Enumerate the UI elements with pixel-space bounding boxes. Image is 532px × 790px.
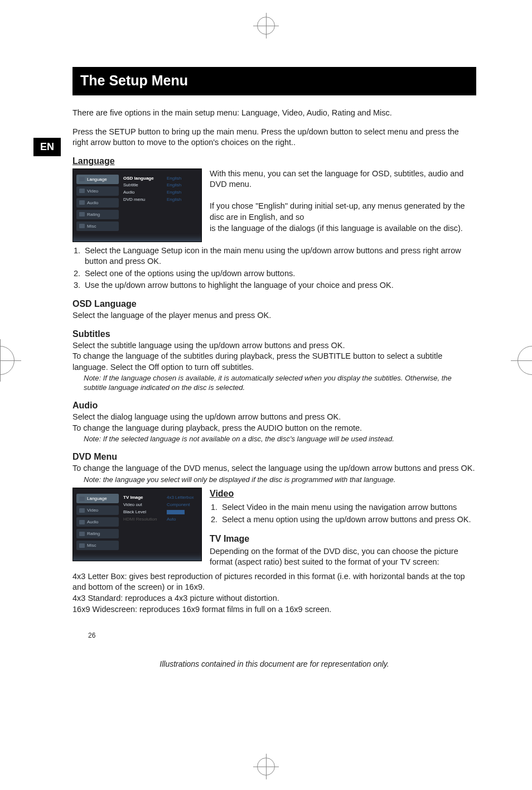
video-steps: Select Video in the main menu using the …: [210, 502, 476, 525]
menu-tab-label: Language: [87, 496, 107, 501]
tvimage-p4: 16x9 Widescreen: reproduces 16x9 format …: [72, 604, 476, 615]
dvdmenu-heading: DVD Menu: [72, 452, 476, 462]
dvdmenu-p1: To change the language of the DVD menus,…: [72, 463, 476, 474]
menu-value: Auto: [167, 516, 198, 523]
menu-tab-label: Language: [87, 177, 107, 182]
footer-text: Illustrations contained in this document…: [72, 659, 476, 668]
intro-paragraph-1: There are five options in the main setup…: [72, 108, 476, 119]
intro-paragraph-2: Press the SETUP button to bring up the m…: [72, 127, 476, 148]
language-p1: With this menu, you can set the language…: [210, 168, 476, 190]
menu-value: English: [167, 189, 198, 196]
menu-option: Video out: [123, 502, 162, 509]
globe-icon: [79, 177, 85, 181]
globe-icon: [79, 497, 85, 501]
page: EN The Setup Menu There are five options…: [0, 0, 532, 702]
menu-tab-label: Audio: [87, 519, 98, 524]
menu-option: Subtitle: [123, 182, 162, 189]
tv-icon: [79, 189, 85, 193]
lock-icon: [79, 532, 85, 536]
list-item: Select a menu option using the up/down a…: [220, 514, 476, 526]
subtitles-p1: Select the subtitle language using the u…: [72, 340, 476, 351]
video-heading: Video: [210, 488, 476, 500]
language-p2a: If you chose "English" during initial se…: [210, 201, 476, 223]
speaker-icon: [79, 200, 85, 205]
menu-tab-audio: Audio: [76, 198, 119, 208]
menu-value: 4x3 Letterbox: [167, 494, 198, 502]
level-selector-icon: [167, 510, 185, 514]
menu-value: English: [167, 175, 198, 182]
video-menu-screenshot: Language Video Audio Rating Misc TV Imag…: [72, 488, 202, 561]
menu-value: [167, 509, 198, 516]
menu-tab-language: Language: [76, 175, 119, 184]
menu-tab-language: Language: [76, 494, 119, 503]
language-p2b: is the language of the dialogs (if this …: [210, 223, 476, 234]
menu-option: DVD menu: [123, 196, 162, 204]
audio-note: Note: If the selected language is not av…: [84, 435, 476, 444]
menu-option: Black Level: [123, 509, 162, 516]
lock-icon: [79, 212, 85, 216]
page-number: 26: [88, 632, 476, 639]
gear-icon: [79, 224, 85, 228]
menu-value: Component: [167, 502, 198, 509]
menu-option: TV Image: [123, 494, 162, 502]
menu-tab-label: Audio: [87, 200, 98, 205]
menu-tab-audio: Audio: [76, 517, 119, 527]
list-item: Select Video in the main menu using the …: [220, 502, 476, 513]
tvimage-heading: TV Image: [210, 533, 476, 545]
language-steps: Select the Language Setup icon in the ma…: [72, 245, 476, 291]
subtitles-note: Note: If the language chosen is availabl…: [84, 374, 476, 393]
audio-p2: To change the language during playback, …: [72, 423, 476, 434]
menu-tab-rating: Rating: [76, 210, 119, 219]
audio-heading: Audio: [72, 401, 476, 411]
language-menu-screenshot: Language Video Audio Rating Misc OSD lan…: [72, 168, 202, 242]
menu-tab-label: Misc: [87, 543, 96, 548]
locale-badge: EN: [33, 138, 61, 156]
tvimage-p1: Depending on the format of the DVD disc,…: [210, 546, 476, 568]
menu-option: OSD language: [123, 175, 162, 182]
language-heading: Language: [72, 156, 476, 166]
tvimage-p2: 4x3 Letter Box: gives best reproduction …: [72, 571, 476, 593]
menu-tab-misc: Misc: [76, 221, 119, 231]
menu-tab-label: Misc: [87, 224, 96, 229]
menu-tab-label: Rating: [87, 531, 100, 536]
tv-icon: [79, 508, 85, 513]
list-item: Select one of the options using the up/d…: [83, 268, 476, 280]
page-title: The Setup Menu: [80, 73, 468, 89]
gear-icon: [79, 543, 85, 548]
menu-tab-misc: Misc: [76, 541, 119, 550]
audio-p1: Select the dialog language using the up/…: [72, 412, 476, 423]
menu-value: English: [167, 196, 198, 204]
title-bar: The Setup Menu: [72, 67, 476, 95]
subtitles-p2: To change the language of the subtitles …: [72, 351, 476, 373]
menu-option: Audio: [123, 189, 162, 196]
osd-body: Select the language of the player menus …: [72, 310, 476, 321]
osd-heading: OSD Language: [72, 299, 476, 309]
menu-tab-rating: Rating: [76, 529, 119, 538]
list-item: Select the Language Setup icon in the ma…: [83, 245, 476, 267]
menu-option: HDMI Resolution: [123, 516, 162, 523]
subtitles-heading: Subtitles: [72, 329, 476, 339]
speaker-icon: [79, 520, 85, 524]
tvimage-p3: 4x3 Standard: reproduces a 4x3 picture w…: [72, 593, 476, 604]
language-desc: With this menu, you can set the language…: [210, 168, 476, 234]
dvdmenu-note: Note: the language you select will only …: [84, 475, 476, 485]
menu-tab-label: Video: [87, 189, 98, 194]
menu-tab-video: Video: [76, 505, 119, 515]
menu-value: English: [167, 182, 198, 189]
menu-tab-label: Rating: [87, 212, 100, 217]
menu-tab-video: Video: [76, 186, 119, 196]
list-item: Use the up/down arrow buttons to highlig…: [83, 280, 476, 291]
menu-tab-label: Video: [87, 508, 98, 513]
